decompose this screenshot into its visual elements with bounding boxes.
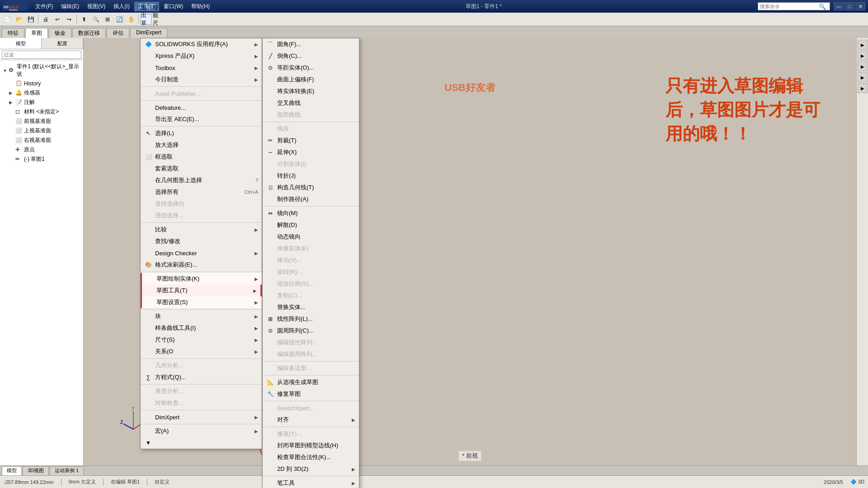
submenu-dynamic-mirror[interactable]: 动态镜向 [263, 231, 359, 243]
filter-input[interactable] [2, 51, 81, 59]
tab-data-migrate[interactable]: 数据迁移 [72, 28, 106, 38]
submenu-dissolve[interactable]: 解散(D) [263, 219, 359, 231]
submenu-fillet[interactable]: ⌒ 圆角(F)... [263, 38, 359, 50]
task-panel-btn-5[interactable]: ▶ [858, 83, 868, 93]
menu-view[interactable]: 视图(V) [84, 2, 109, 11]
menu-item-design-checker[interactable]: Design Checker ▶ [141, 247, 262, 259]
tree-item-root[interactable]: ▼ ⚙ 零件1 (默认<<默认>_显示状 [2, 62, 81, 79]
tree-item-front-plane[interactable]: ⬜ 前视基准面 [2, 117, 81, 126]
menu-item-select-all[interactable]: 选择所有 Ctrl+A [141, 186, 262, 198]
pan-button[interactable]: ✋ [126, 14, 137, 25]
task-panel-btn-2[interactable]: ▶ [858, 51, 868, 61]
menu-item-more[interactable]: ▼ [141, 437, 262, 449]
submenu-jog[interactable]: 转折(J) [263, 170, 359, 182]
menu-help[interactable]: 帮助(H) [188, 2, 213, 11]
submenu-trim[interactable]: ✂ 剪裁(T) [263, 135, 359, 146]
submenu-make-sketch-from-sel[interactable]: 📐 从选项生成草图 [263, 376, 359, 388]
menu-item-spline-tools[interactable]: 样条曲线工具(I) ▶ [141, 322, 262, 334]
menu-item-sketch-tools[interactable]: 草图工具(T) ▶ [141, 285, 262, 296]
zoom-in-button[interactable]: 🔍 [90, 14, 101, 25]
print-button[interactable]: 🖨 [40, 14, 51, 25]
redo-button[interactable]: ↪ [64, 14, 75, 25]
menu-item-equation[interactable]: ∑ 方程式(Q)... [141, 371, 262, 383]
menu-item-macro[interactable]: 宏(A) ▶ [141, 425, 262, 437]
tab-dimexpert[interactable]: DimExpert [130, 28, 167, 38]
submenu-make-path[interactable]: 制作路径(A) [263, 193, 359, 205]
menu-item-manufacture[interactable]: 今日制造 ▶ [141, 74, 262, 85]
submenu-surface-offset[interactable]: 曲面上偏移(F) [263, 74, 359, 85]
rotate-button[interactable]: 🔄 [114, 14, 125, 25]
tree-item-right-plane[interactable]: ⬜ 右视基准面 [2, 136, 81, 145]
submenu-linear-pattern[interactable]: ⊞ 线性阵列(L)... [263, 313, 359, 325]
close-button[interactable]: ✕ [855, 2, 865, 10]
smart-dim-button[interactable]: 智能尺寸 [152, 14, 163, 25]
task-panel-btn-4[interactable]: ▶ [858, 72, 868, 82]
task-panel-btn-1[interactable]: ▶ [858, 40, 868, 50]
submenu-mirror[interactable]: ⇔ 镜向(M) [263, 207, 359, 219]
panel-tab-config[interactable]: 配置 [42, 38, 83, 49]
menu-item-export-aec[interactable]: 导出至 AEC(E)... [141, 113, 262, 125]
tree-item-annotation[interactable]: ▶ 📝 注解 [2, 98, 81, 107]
new-button[interactable]: 📄 [2, 14, 13, 25]
menu-item-zoom-select[interactable]: 放大选择 [141, 139, 262, 151]
submenu-close-sketch-to-edge[interactable]: 封闭草图到模型边线(H) [263, 440, 359, 451]
minimize-button[interactable]: — [834, 2, 844, 10]
menu-window[interactable]: 窗口(W) [160, 2, 187, 11]
tree-item-material[interactable]: ◻ 材料 <未指定> [2, 107, 81, 117]
submenu-offset[interactable]: ⊙ 等距实体(O)... [263, 62, 359, 74]
submenu-construction-geo[interactable]: ⌻ 构造几何线(T) [263, 182, 359, 193]
submenu-circular-pattern[interactable]: ⊙ 圆周阵列(C)... [263, 325, 359, 337]
maximize-button[interactable]: □ [844, 2, 854, 10]
menu-item-format-painter[interactable]: 🎨 格式涂刷器(E)... [141, 259, 262, 271]
task-panel-btn-3[interactable]: ▶ [858, 61, 868, 71]
tree-item-sketch1[interactable]: ✏ (-) 草图1 [2, 155, 81, 164]
select-button[interactable]: ⬆ [79, 14, 90, 25]
menu-item-dimxpert[interactable]: DimXpert ▶ [141, 411, 262, 423]
menu-item-sketch-entity[interactable]: 草图绘制实体(K) ▶ [141, 273, 262, 285]
menu-item-block[interactable]: 块 ▶ [141, 310, 262, 322]
submenu-pen-tool[interactable]: 笔工具 ▶ [263, 477, 359, 488]
menu-item-toolbox[interactable]: Toolbox ▶ [141, 62, 262, 74]
search-box[interactable]: 🔍 [758, 2, 830, 10]
menu-edit[interactable]: 编辑(E) [57, 2, 83, 11]
menu-item-box-select[interactable]: ⬜ 框选取 [141, 151, 262, 163]
menu-item-xpress[interactable]: Xpress 产品(X) ▶ [141, 50, 262, 62]
submenu-chamfer[interactable]: ╱ 倒角(C)... [263, 50, 359, 62]
open-button[interactable]: 📂 [14, 14, 24, 25]
bottom-tab-motion[interactable]: 运动算例 1 [50, 466, 84, 475]
save-button[interactable]: 💾 [25, 14, 36, 25]
tree-item-top-plane[interactable]: ⬜ 上视基准面 [2, 126, 81, 136]
tree-item-origin[interactable]: ✛ 原点 [2, 145, 81, 155]
menu-insert[interactable]: 插入(I) [110, 2, 133, 11]
submenu-extend[interactable]: ↔ 延伸(X) [263, 146, 359, 158]
menu-item-sw-apps[interactable]: 🔷 SOLIDWORKS 应用程序(A) ▶ [141, 38, 262, 50]
menu-item-relation[interactable]: 关系(O ▶ [141, 346, 262, 357]
menu-item-find-modify[interactable]: 查找/修改 [141, 235, 262, 247]
tab-sheet-metal[interactable]: 钣金 [49, 28, 71, 38]
submenu-replace-entity[interactable]: 替换实体... [263, 301, 359, 313]
menu-item-geo-select[interactable]: 在几何图形上选择 ? [141, 174, 262, 186]
menu-item-defeature[interactable]: Defeature... [141, 102, 262, 113]
submenu-2d-to-3d[interactable]: 2D 到 3D(2) ▶ [263, 463, 359, 475]
tab-sketch[interactable]: 草图 [25, 28, 48, 38]
bottom-tab-3dview[interactable]: 3D视图 [23, 466, 49, 475]
tree-item-sensor[interactable]: ▶ 🔔 传感器 [2, 88, 81, 98]
undo-button[interactable]: ↩ [52, 14, 63, 25]
submenu-check-sketch[interactable]: 检查草图合法性(K)... [263, 451, 359, 463]
submenu-repair-sketch[interactable]: 🔧 修复草图 [263, 388, 359, 400]
menu-file[interactable]: 文件(F) [32, 2, 57, 11]
sketch-exit-button[interactable]: 退出草图 [141, 14, 151, 25]
submenu-intersection-curve[interactable]: 交叉曲线 [263, 97, 359, 109]
search-input[interactable] [760, 4, 819, 9]
menu-item-lasso-select[interactable]: 套索选取 [141, 163, 262, 174]
menu-item-select[interactable]: ↖ 选择(L) [141, 127, 262, 139]
zoom-fit-button[interactable]: ⊞ [102, 14, 113, 25]
submenu-convert-entity[interactable]: 将实体转换(E) [263, 85, 359, 97]
panel-tab-model[interactable]: 模型 [0, 38, 42, 49]
submenu-align[interactable]: 对齐 ▶ [263, 414, 359, 426]
tab-evaluate[interactable]: 评估 [107, 28, 129, 38]
menu-item-sketch-settings[interactable]: 草图设置(S) ▶ [141, 296, 262, 308]
menu-item-compare[interactable]: 比较 ▶ [141, 224, 262, 235]
menu-item-dimension[interactable]: 尺寸(S) ▶ [141, 334, 262, 346]
tab-features[interactable]: 特征 [2, 28, 24, 38]
